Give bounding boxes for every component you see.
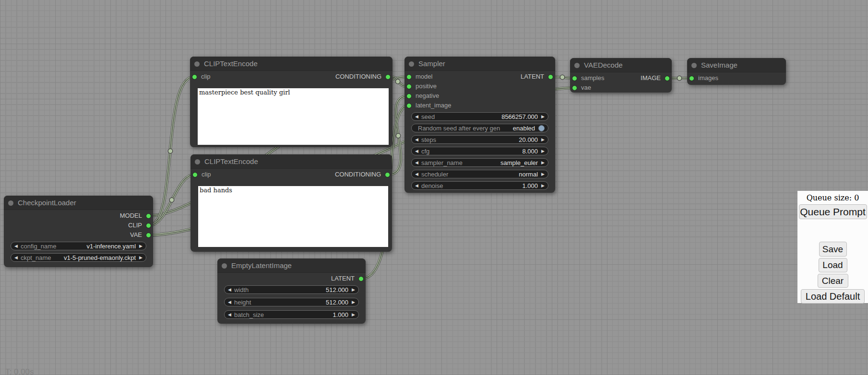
output-slot-image[interactable] — [665, 76, 670, 81]
increment-arrow-icon[interactable]: ▶ — [139, 242, 143, 250]
widget-cfg[interactable]: ◀ cfg 8.000 ▶ — [411, 147, 548, 155]
output-row-vae: VAE — [4, 230, 153, 240]
increment-arrow-icon[interactable]: ▶ — [541, 182, 545, 189]
node-sampler[interactable]: Sampler model LATENT positive negative l… — [404, 57, 555, 193]
widget-denoise[interactable]: ◀ denoise 1.000 ▶ — [411, 181, 548, 190]
output-slot-latent[interactable] — [548, 74, 553, 80]
load-default-button[interactable]: Load Default — [801, 289, 865, 304]
increment-arrow-icon[interactable]: ▶ — [352, 286, 355, 293]
node-checkpoint-loader[interactable]: CheckpointLoader MODEL CLIP VAE ◀ config… — [4, 196, 153, 267]
slot-row: images — [687, 73, 786, 83]
widget-batch-size[interactable]: ◀ batch_size 1.000 ▶ — [224, 310, 359, 319]
node-collapse-dot-icon[interactable] — [194, 61, 200, 67]
node-collapse-dot-icon[interactable] — [8, 200, 13, 206]
node-title-bar[interactable]: CheckpointLoader — [4, 196, 153, 210]
toggle-on-icon[interactable] — [538, 125, 545, 131]
increment-arrow-icon[interactable]: ▶ — [139, 254, 143, 261]
node-title-bar[interactable]: EmptyLatentImage — [217, 258, 366, 273]
increment-arrow-icon[interactable]: ▶ — [541, 170, 545, 178]
widget-scheduler[interactable]: ◀ scheduler normal ▶ — [411, 170, 548, 178]
node-title: CLIPTextEncode — [204, 157, 258, 165]
decrement-arrow-icon[interactable]: ◀ — [14, 254, 18, 261]
output-slot-conditioning[interactable] — [385, 74, 391, 80]
slot-row: positive — [404, 82, 555, 91]
clear-button[interactable]: Clear — [818, 274, 848, 288]
decrement-arrow-icon[interactable]: ◀ — [415, 113, 418, 120]
output-label-conditioning: CONDITIONING — [335, 72, 392, 82]
increment-arrow-icon[interactable]: ▶ — [541, 136, 545, 143]
output-slot-vae[interactable] — [146, 233, 151, 238]
output-row-clip: CLIP — [4, 221, 153, 230]
save-button[interactable]: Save — [819, 242, 847, 257]
output-slot-model[interactable] — [146, 213, 151, 219]
input-slot-negative[interactable] — [406, 94, 412, 99]
node-collapse-dot-icon[interactable] — [195, 159, 200, 164]
output-slot-latent[interactable] — [358, 276, 364, 281]
node-save-image[interactable]: SaveImage images — [687, 58, 786, 85]
widget-height[interactable]: ◀ height 512.000 ▶ — [224, 298, 359, 306]
widget-label: height — [234, 299, 326, 306]
widget-value: 1.000 — [523, 182, 538, 189]
increment-arrow-icon[interactable]: ▶ — [541, 159, 545, 166]
widget-value: normal — [519, 171, 538, 178]
increment-arrow-icon[interactable]: ▶ — [352, 298, 355, 306]
input-slot-latent-image[interactable] — [406, 103, 412, 108]
widget-config-name[interactable]: ◀ config_name v1-inference.yaml ▶ — [11, 242, 146, 250]
node-collapse-dot-icon[interactable] — [409, 61, 414, 67]
increment-arrow-icon[interactable]: ▶ — [541, 113, 545, 120]
decrement-arrow-icon[interactable]: ◀ — [228, 311, 231, 318]
node-empty-latent-image[interactable]: EmptyLatentImage LATENT ◀ width 512.000 … — [217, 258, 366, 324]
widget-steps[interactable]: ◀ steps 20.000 ▶ — [411, 135, 548, 144]
decrement-arrow-icon[interactable]: ◀ — [415, 170, 418, 178]
widget-sampler-name[interactable]: ◀ sampler_name sample_euler ▶ — [411, 158, 548, 167]
node-title: VAEDecode — [584, 61, 623, 69]
widget-label: ckpt_name — [21, 254, 64, 261]
widget-value: 512.000 — [326, 299, 348, 306]
widget-label: batch_size — [234, 311, 333, 318]
node-clip-text-encode-positive[interactable]: CLIPTextEncode clip CONDITIONING masterp… — [190, 57, 392, 147]
queue-prompt-button[interactable]: Queue Prompt — [799, 204, 867, 219]
widget-label: denoise — [421, 182, 523, 189]
negative-prompt-textarea[interactable]: bad hands — [198, 186, 388, 247]
input-slot-clip[interactable] — [192, 74, 197, 80]
node-title-bar[interactable]: CLIPTextEncode — [190, 154, 392, 169]
input-slot-samples[interactable] — [572, 76, 577, 81]
decrement-arrow-icon[interactable]: ◀ — [415, 147, 418, 155]
decrement-arrow-icon[interactable]: ◀ — [415, 182, 418, 189]
input-slot-vae[interactable] — [572, 85, 577, 91]
node-title-bar[interactable]: CLIPTextEncode — [190, 57, 392, 71]
node-clip-text-encode-negative[interactable]: CLIPTextEncode clip CONDITIONING bad han… — [190, 154, 392, 252]
decrement-arrow-icon[interactable]: ◀ — [415, 136, 418, 143]
increment-arrow-icon[interactable]: ▶ — [352, 311, 355, 318]
increment-arrow-icon[interactable]: ▶ — [541, 147, 545, 155]
widget-label: width — [234, 286, 326, 293]
node-collapse-dot-icon[interactable] — [574, 63, 580, 68]
node-title: EmptyLatentImage — [231, 261, 292, 270]
positive-prompt-textarea[interactable]: masterpiece best quality girl — [198, 88, 389, 145]
input-slot-clip[interactable] — [192, 172, 198, 177]
decrement-arrow-icon[interactable]: ◀ — [228, 298, 231, 306]
node-collapse-dot-icon[interactable] — [222, 263, 227, 269]
widget-width[interactable]: ◀ width 512.000 ▶ — [224, 285, 359, 294]
node-title: SaveImage — [701, 61, 737, 69]
node-collapse-dot-icon[interactable] — [691, 63, 697, 68]
node-title-bar[interactable]: SaveImage — [687, 58, 786, 72]
slot-row: samples IMAGE — [570, 73, 672, 83]
input-slot-positive[interactable] — [406, 84, 412, 89]
load-button[interactable]: Load — [819, 258, 847, 272]
node-title-bar[interactable]: VAEDecode — [570, 58, 672, 72]
decrement-arrow-icon[interactable]: ◀ — [14, 242, 18, 250]
input-slot-images[interactable] — [689, 76, 694, 81]
node-title-bar[interactable]: Sampler — [404, 57, 555, 71]
widget-random-seed-toggle[interactable]: Random seed after every gen enabled — [411, 124, 548, 132]
output-slot-clip[interactable] — [146, 223, 151, 228]
output-row-latent: LATENT — [217, 274, 366, 283]
decrement-arrow-icon[interactable]: ◀ — [228, 286, 231, 293]
widget-ckpt-name[interactable]: ◀ ckpt_name v1-5-pruned-emaonly.ckpt ▶ — [11, 253, 146, 262]
decrement-arrow-icon[interactable]: ◀ — [415, 159, 418, 166]
input-slot-model[interactable] — [406, 74, 412, 80]
widget-seed[interactable]: ◀ seed 8566257.000 ▶ — [411, 112, 548, 121]
node-vae-decode[interactable]: VAEDecode samples IMAGE vae — [570, 58, 672, 93]
node-title: CheckpointLoader — [18, 199, 76, 207]
output-slot-conditioning[interactable] — [385, 172, 390, 177]
